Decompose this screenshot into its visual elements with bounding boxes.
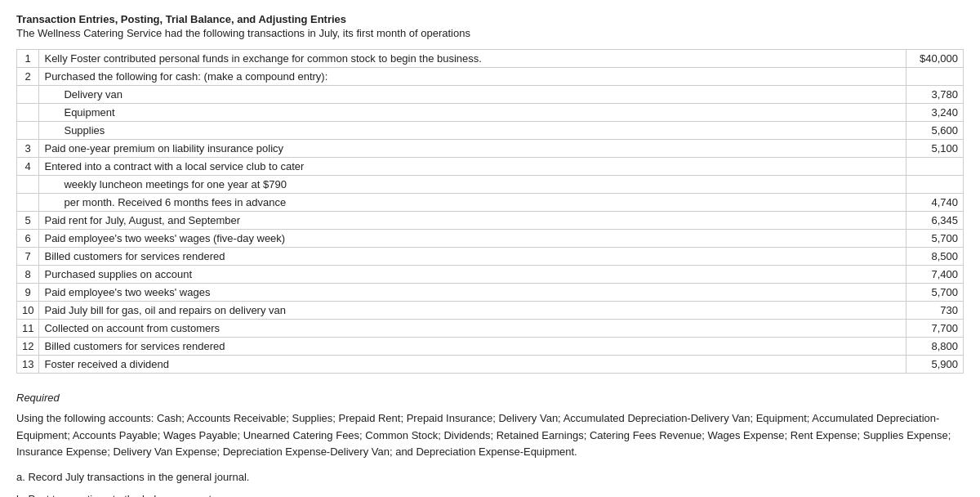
- table-row: 6Paid employee's two weeks' wages (five-…: [17, 230, 964, 248]
- row-amount: 4,740: [906, 194, 964, 212]
- row-number: 10: [17, 302, 39, 320]
- row-number: 13: [17, 356, 39, 374]
- table-row: 10Paid July bill for gas, oil and repair…: [17, 302, 964, 320]
- required-item-1: a. Record July transactions in the gener…: [16, 469, 964, 486]
- required-label: Required: [16, 390, 964, 407]
- page-title: Transaction Entries, Posting, Trial Bala…: [16, 13, 964, 25]
- required-item-2: b. Post transactions to the ledger accou…: [16, 491, 964, 497]
- table-row: 9Paid employee's two weeks' wages5,700: [17, 284, 964, 302]
- table-row: 3Paid one-year premium on liability insu…: [17, 140, 964, 158]
- row-amount: 5,700: [906, 230, 964, 248]
- row-description: Paid rent for July, August, and Septembe…: [39, 212, 906, 230]
- row-amount: 6,345: [906, 212, 964, 230]
- row-number: 7: [17, 248, 39, 266]
- row-description: Purchased supplies on account: [39, 266, 906, 284]
- row-number: [17, 104, 39, 122]
- row-number: [17, 194, 39, 212]
- table-row: 8Purchased supplies on account7,400: [17, 266, 964, 284]
- row-amount: [906, 158, 964, 176]
- row-amount: 3,780: [906, 86, 964, 104]
- row-number: 6: [17, 230, 39, 248]
- table-row: 7Billed customers for services rendered8…: [17, 248, 964, 266]
- row-number: 12: [17, 338, 39, 356]
- required-intro: Using the following accounts: Cash; Acco…: [16, 410, 964, 461]
- row-amount: 8,800: [906, 338, 964, 356]
- row-description: Collected on account from customers: [39, 320, 906, 338]
- table-row: 11Collected on account from customers7,7…: [17, 320, 964, 338]
- row-description: Kelly Foster contributed personal funds …: [39, 50, 906, 68]
- row-number: 2: [17, 68, 39, 86]
- row-amount: $40,000: [906, 50, 964, 68]
- row-description: Purchased the following for cash: (make …: [39, 68, 906, 86]
- row-number: 9: [17, 284, 39, 302]
- row-number: 1: [17, 50, 39, 68]
- row-description: Entered into a contract with a local ser…: [39, 158, 906, 176]
- row-description: Supplies: [39, 122, 906, 140]
- row-amount: 3,240: [906, 104, 964, 122]
- table-row: 13Foster received a dividend5,900: [17, 356, 964, 374]
- table-row: Equipment3,240: [17, 104, 964, 122]
- table-row: per month. Received 6 months fees in adv…: [17, 194, 964, 212]
- table-row: 4Entered into a contract with a local se…: [17, 158, 964, 176]
- page-subtitle: The Wellness Catering Service had the fo…: [16, 27, 964, 39]
- row-description: per month. Received 6 months fees in adv…: [39, 194, 906, 212]
- table-row: Supplies5,600: [17, 122, 964, 140]
- transactions-table: 1Kelly Foster contributed personal funds…: [16, 49, 964, 374]
- row-amount: 8,500: [906, 248, 964, 266]
- row-number: [17, 86, 39, 104]
- row-amount: 5,100: [906, 140, 964, 158]
- table-row: weekly luncheon meetings for one year at…: [17, 176, 964, 194]
- row-number: 3: [17, 140, 39, 158]
- row-description: Paid July bill for gas, oil and repairs …: [39, 302, 906, 320]
- row-description: Equipment: [39, 104, 906, 122]
- row-description: Billed customers for services rendered: [39, 248, 906, 266]
- row-number: 5: [17, 212, 39, 230]
- row-description: Delivery van: [39, 86, 906, 104]
- row-number: 4: [17, 158, 39, 176]
- row-description: Foster received a dividend: [39, 356, 906, 374]
- table-row: 1Kelly Foster contributed personal funds…: [17, 50, 964, 68]
- row-amount: 7,700: [906, 320, 964, 338]
- table-row: 12Billed customers for services rendered…: [17, 338, 964, 356]
- row-description: Paid employee's two weeks' wages (five-d…: [39, 230, 906, 248]
- row-number: 8: [17, 266, 39, 284]
- row-amount: 7,400: [906, 266, 964, 284]
- row-amount: [906, 176, 964, 194]
- row-amount: 5,900: [906, 356, 964, 374]
- table-row: 2Purchased the following for cash: (make…: [17, 68, 964, 86]
- row-description: Paid employee's two weeks' wages: [39, 284, 906, 302]
- row-description: Paid one-year premium on liability insur…: [39, 140, 906, 158]
- row-amount: 5,700: [906, 284, 964, 302]
- row-description: weekly luncheon meetings for one year at…: [39, 176, 906, 194]
- row-description: Billed customers for services rendered: [39, 338, 906, 356]
- table-row: Delivery van3,780: [17, 86, 964, 104]
- row-number: [17, 176, 39, 194]
- row-amount: 5,600: [906, 122, 964, 140]
- table-row: 5Paid rent for July, August, and Septemb…: [17, 212, 964, 230]
- row-amount: 730: [906, 302, 964, 320]
- row-number: [17, 122, 39, 140]
- row-number: 11: [17, 320, 39, 338]
- row-amount: [906, 68, 964, 86]
